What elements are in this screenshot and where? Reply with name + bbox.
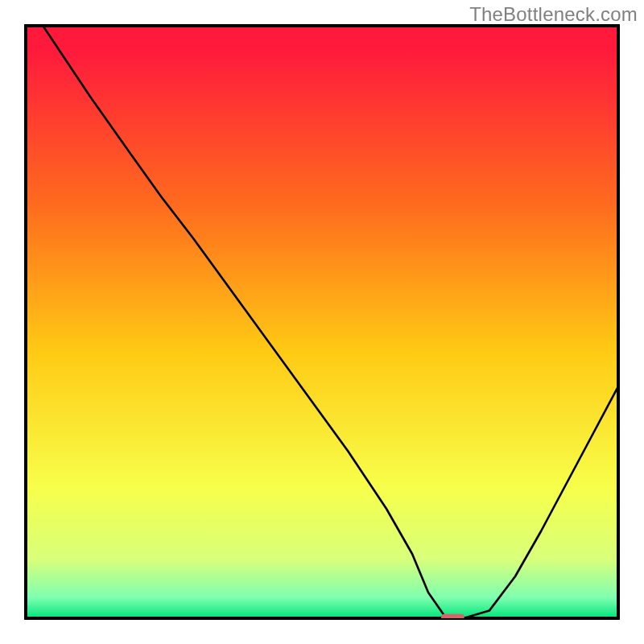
chart-background [26, 26, 618, 618]
bottleneck-chart [0, 0, 644, 644]
chart-container: TheBottleneck.com [0, 0, 644, 644]
watermark-text: TheBottleneck.com [469, 3, 638, 26]
